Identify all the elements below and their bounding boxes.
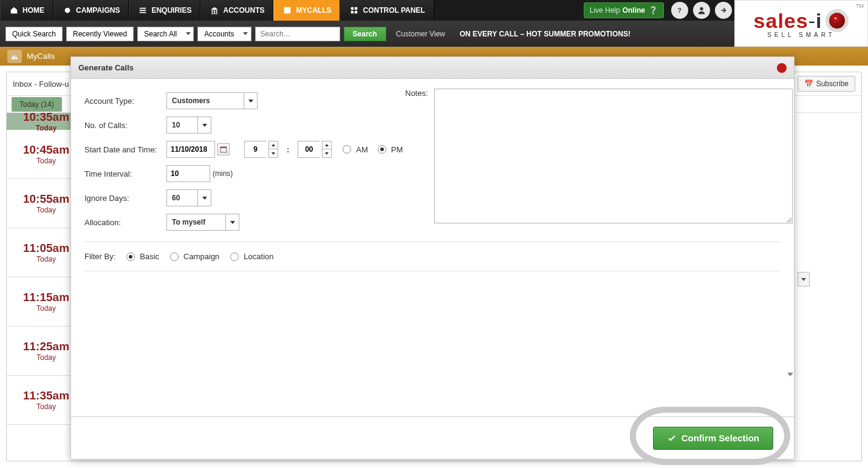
allocation-label: Allocation: xyxy=(84,218,166,227)
quick-search-button[interactable]: Quick Search xyxy=(5,27,63,41)
notes-label: Notes: xyxy=(405,89,428,98)
pm-label: PM xyxy=(391,145,403,154)
live-help-status: Online xyxy=(623,6,645,15)
tab-today[interactable]: Today (14) xyxy=(12,97,62,112)
no-of-calls-select[interactable]: 10 xyxy=(166,117,211,134)
accounts-select[interactable]: Accounts xyxy=(197,27,240,41)
live-help-pill[interactable]: Live Help Online ❔ xyxy=(584,2,664,18)
nav-mycalls[interactable]: MYCALLS xyxy=(273,0,340,21)
start-datetime-label: Start Date and Time: xyxy=(84,145,166,154)
check-icon xyxy=(667,433,677,443)
logo-eye-icon xyxy=(825,9,849,32)
modal-title: Generate Calls xyxy=(78,63,134,72)
filter-basic-radio[interactable]: Basic xyxy=(126,252,159,261)
accounts-dropdown-arrow[interactable] xyxy=(241,27,251,41)
nav-campaigns[interactable]: CAMPAIGNS xyxy=(53,0,129,21)
brand-logo: TM sales-i SELL SMART xyxy=(734,0,868,47)
filter-location-radio[interactable]: Location xyxy=(230,252,273,261)
subscribe-label: Subscribe xyxy=(816,80,849,88)
filter-campaign-radio[interactable]: Campaign xyxy=(170,252,219,261)
logo-subtitle: SELL SMART xyxy=(767,32,835,38)
search-input[interactable] xyxy=(255,27,340,41)
calendar-icon: 📅 xyxy=(804,80,813,88)
nav-home[interactable]: HOME xyxy=(0,0,53,21)
nav-enquiries[interactable]: ENQUIRIES xyxy=(129,0,200,21)
subscribe-button[interactable]: 📅 Subscribe xyxy=(798,76,855,92)
allocation-select[interactable]: To myself xyxy=(166,214,239,231)
svg-text:?: ? xyxy=(678,7,682,14)
logo-i: i xyxy=(816,9,822,32)
ignore-days-label: Ignore Days: xyxy=(84,194,166,203)
minute-stepper[interactable] xyxy=(322,141,332,158)
live-help-label: Live Help xyxy=(590,6,620,15)
nav-control-panel[interactable]: CONTROL PANEL xyxy=(340,0,434,21)
logo-sales: sales xyxy=(754,9,808,32)
help-circle-icon: ❔ xyxy=(649,6,658,15)
notes-textarea[interactable] xyxy=(434,89,793,223)
filter-by-label: Filter By: xyxy=(84,252,115,261)
inbox-label: Inbox - Follow-u xyxy=(13,80,69,89)
nav-mycalls-label: MYCALLS xyxy=(296,6,331,15)
promo-banner: ON EVERY CALL – HOT SUMMER PROMOTIONS! xyxy=(460,30,630,38)
minute-input[interactable] xyxy=(298,141,320,158)
account-type-select[interactable]: Customers xyxy=(166,92,258,109)
calls-icon xyxy=(282,5,292,15)
logo-dash: - xyxy=(808,9,816,32)
confirm-label: Confirm Selection xyxy=(682,433,759,443)
mycalls-icon xyxy=(7,50,22,63)
grid-icon xyxy=(349,5,359,15)
pm-radio[interactable] xyxy=(378,145,386,154)
calendar-picker-icon[interactable] xyxy=(217,143,230,155)
search-all-select[interactable]: Search All xyxy=(137,27,183,41)
profile-button[interactable] xyxy=(693,2,710,19)
nav-accounts-label: ACCOUNTS xyxy=(223,6,264,15)
account-type-label: Account Type: xyxy=(84,97,166,106)
no-of-calls-label: No. of Calls: xyxy=(84,121,166,130)
time-interval-label: Time Interval: xyxy=(84,169,166,178)
hour-input[interactable] xyxy=(244,141,266,158)
confirm-selection-button[interactable]: Confirm Selection xyxy=(653,427,773,450)
ignore-days-select[interactable]: 60 xyxy=(166,189,211,206)
generate-calls-modal: Generate Calls Account Type: Customers N… xyxy=(70,56,795,460)
svg-rect-4 xyxy=(220,147,227,148)
nav-control-label: CONTROL PANEL xyxy=(363,6,425,15)
nav-enquiries-label: ENQUIRIES xyxy=(151,6,191,15)
time-interval-input[interactable] xyxy=(166,165,210,182)
hour-stepper[interactable] xyxy=(268,141,278,158)
search-button[interactable]: Search xyxy=(344,27,386,41)
customer-view-link[interactable]: Customer View xyxy=(396,30,445,38)
nav-accounts[interactable]: ACCOUNTS xyxy=(200,0,273,21)
mycalls-title: MyCalls xyxy=(27,52,55,61)
list-icon xyxy=(138,5,148,15)
start-date-input[interactable] xyxy=(166,141,215,158)
detail-dropdown-arrow[interactable] xyxy=(798,272,810,287)
home-icon xyxy=(9,5,19,15)
megaphone-icon xyxy=(63,5,72,15)
search-all-dropdown-arrow[interactable] xyxy=(183,27,194,41)
svg-point-2 xyxy=(700,7,703,10)
nav-campaigns-label: CAMPAIGNS xyxy=(76,6,120,15)
bank-icon xyxy=(210,5,219,15)
tm-label: TM xyxy=(856,3,864,9)
help-button[interactable]: ? xyxy=(671,2,688,19)
nav-home-label: HOME xyxy=(22,6,44,15)
svg-point-0 xyxy=(65,8,70,13)
forward-button[interactable] xyxy=(715,2,732,19)
mins-label: (mins) xyxy=(213,169,233,178)
modal-close-button[interactable] xyxy=(777,63,787,73)
am-label: AM xyxy=(356,145,368,154)
am-radio[interactable] xyxy=(343,145,351,154)
recently-viewed-button[interactable]: Recently Viewed xyxy=(66,27,134,41)
